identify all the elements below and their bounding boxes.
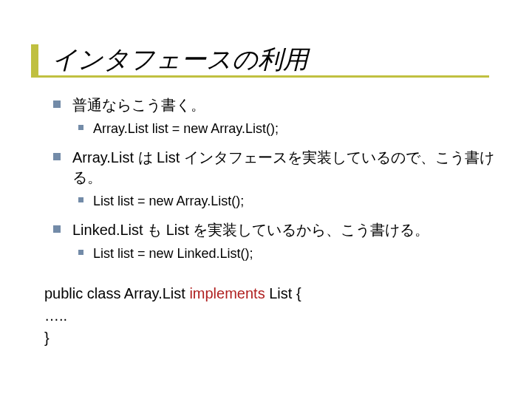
bullet-3-text: Linked.List も List を実装しているから、こう書ける。 (72, 222, 429, 238)
bullet-1-text: 普通ならこう書く。 (72, 97, 205, 113)
bullet-3: Linked.List も List を実装しているから、こう書ける。 List… (52, 220, 502, 262)
bullet-icon (78, 250, 83, 255)
title-accent-bar (31, 44, 38, 75)
bullet-2: Array.List は List インタフェースを実装しているので、こう書ける… (52, 148, 502, 210)
bullet-icon (53, 153, 61, 160)
code-line-1: public class Array.List implements List … (44, 282, 502, 304)
bullet-icon (78, 197, 83, 202)
bullet-1a-text: Array.List list = new Array.List(); (93, 121, 279, 136)
code-line-1-post: List { (265, 285, 301, 301)
title-underline (31, 75, 489, 78)
title-block: インタフェースの利用 (52, 44, 502, 75)
bullet-2a: List list = new Array.List(); (72, 192, 502, 210)
slide-title: インタフェースの利用 (52, 44, 502, 75)
bullet-2a-text: List list = new Array.List(); (93, 194, 244, 208)
slide-body: 普通ならこう書く。 Array.List list = new Array.Li… (52, 95, 502, 349)
bullet-icon (53, 100, 61, 108)
bullet-1a: Array.List list = new Array.List(); (72, 120, 502, 137)
bullet-3a-text: List list = new Linked.List(); (93, 246, 253, 261)
keyword-implements: implements (189, 285, 265, 301)
code-line-2: ….. (44, 304, 502, 327)
bullet-1: 普通ならこう書く。 Array.List list = new Array.Li… (52, 95, 502, 137)
code-snippet: public class Array.List implements List … (44, 282, 502, 349)
bullet-3a: List list = new Linked.List(); (72, 245, 502, 262)
bullet-2-text: Array.List は List インタフェースを実装しているので、こう書ける… (72, 149, 494, 185)
slide: インタフェースの利用 普通ならこう書く。 Array.List list = n… (0, 0, 532, 399)
bullet-icon (53, 225, 61, 233)
bullet-icon (78, 125, 83, 130)
code-line-3: } (44, 327, 502, 349)
code-line-1-pre: public class Array.List (44, 285, 189, 301)
